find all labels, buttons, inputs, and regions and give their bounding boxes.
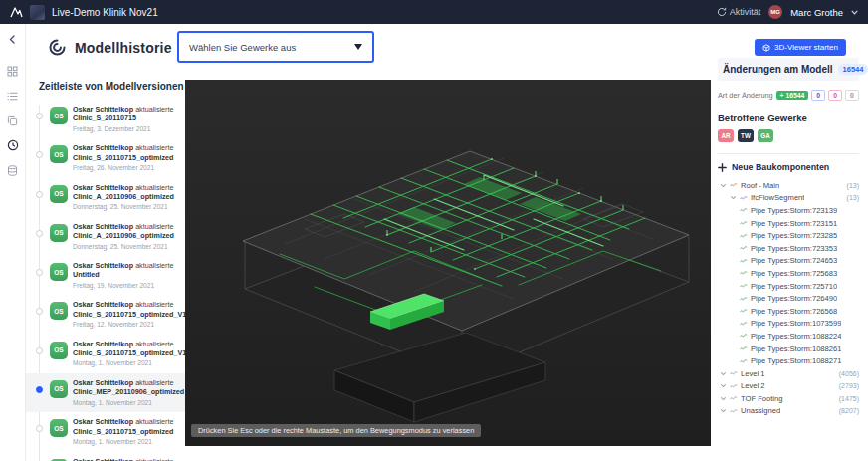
chevron-down-icon[interactable] — [720, 370, 727, 377]
change-type-label: Art der Änderung — [718, 91, 773, 100]
tree-row[interactable]: Level 2 (2793) — [718, 380, 859, 393]
timeline-marker[interactable] — [36, 347, 43, 354]
activity-button[interactable]: Aktivität — [717, 7, 761, 17]
timeline-item[interactable]: OS Oskar Schittelkop aktualisierte Untit… — [26, 256, 185, 295]
timeline-title: Zeitleiste von Modellversionen — [39, 81, 185, 92]
tree-row[interactable]: Pipe Types:Storm:723139 — [718, 204, 859, 217]
version-timeline-panel: Zeitleiste von Modellversionen OS Oskar … — [26, 71, 185, 461]
changes-panel-header: Änderungen am Modell 16544 — [718, 58, 859, 81]
timeline-action: aktualisierte — [135, 143, 173, 152]
other-count-badge: 0 — [845, 90, 859, 101]
timeline-marker[interactable] — [36, 425, 43, 432]
tree-row[interactable]: Pipe Types:Storm:725710 — [718, 280, 859, 293]
sidebar-item-models[interactable] — [2, 110, 24, 131]
sidebar-item-history[interactable] — [2, 134, 24, 156]
chevron-down-icon[interactable] — [851, 10, 858, 15]
user-avatar: OS — [50, 263, 68, 281]
tree-row[interactable]: Pipe Types:Storm:723151 — [718, 217, 859, 230]
chevron-down-icon[interactable] — [720, 182, 727, 189]
tree-row[interactable]: Pipe Types:Storm:1073599 — [718, 318, 859, 331]
timeline-text: Oskar Schittelkop aktualisierte Clinic_A… — [73, 457, 178, 461]
timeline-marker[interactable] — [36, 151, 43, 158]
timeline-marker[interactable] — [36, 191, 43, 198]
user-avatar[interactable]: MG — [768, 5, 782, 19]
history-icon — [717, 7, 727, 17]
timeline-marker[interactable] — [36, 230, 43, 237]
timeline-model-name: Clinic_S_20110715_optimized — [73, 153, 173, 162]
tree-count: (1475) — [836, 395, 859, 402]
tree-count: (2793) — [836, 382, 859, 389]
page-title: Modellhistorie — [75, 40, 172, 56]
trade-filter-dropdown[interactable]: Wählen Sie Gewerke aus — [177, 31, 374, 63]
timeline-marker[interactable] — [36, 386, 43, 393]
trade-chip[interactable]: AR — [718, 129, 734, 142]
removed-count-badge: 0 — [828, 90, 842, 101]
tree-row[interactable]: Unassigned (8207) — [718, 405, 859, 418]
component-icon — [740, 232, 748, 240]
tree-row[interactable]: Pipe Types:Storm:1088261 — [718, 343, 859, 355]
changes-title: Änderungen am Modell — [723, 64, 833, 75]
timeline-item[interactable]: OS Oskar Schittelkop aktualisierte Clini… — [26, 217, 185, 256]
tree-row[interactable]: Level 1 (4056) — [718, 367, 859, 380]
sidebar-item-dashboard[interactable] — [2, 60, 24, 82]
tree-row[interactable]: Roof - Main (13) — [718, 179, 859, 192]
modellhistorie-logo-icon — [48, 38, 67, 57]
tree-row[interactable]: IfcFlowSegment (13) — [718, 192, 859, 205]
project-thumbnail[interactable] — [30, 5, 45, 20]
timeline-marker[interactable] — [36, 113, 43, 119]
timeline-model-name: Untitled — [73, 270, 100, 279]
tree-row[interactable]: Pipe Types:Storm:725683 — [718, 267, 859, 280]
chevron-down-icon[interactable] — [720, 407, 727, 414]
plus-icon — [718, 163, 727, 172]
trade-chip[interactable]: GA — [758, 129, 773, 142]
timeline-marker[interactable] — [36, 269, 43, 276]
timeline-item[interactable]: OS Oskar Schittelkop aktualisierte Clini… — [26, 373, 185, 412]
tree-count: (4056) — [836, 370, 859, 377]
tree-label: Pipe Types:Storm:726568 — [751, 307, 837, 316]
chevron-down-icon[interactable] — [720, 395, 727, 402]
timeline-item[interactable]: OS Oskar Schittelkop aktualisierte Clini… — [26, 178, 185, 217]
timeline-item[interactable]: OS Oskar Schittelkop aktualisierte Clini… — [26, 452, 185, 461]
start-3d-viewer-button[interactable]: 3D-Viewer starten — [755, 39, 846, 56]
tree-row[interactable]: Pipe Types:Storm:1088224 — [718, 330, 859, 343]
chevron-left-icon — [8, 35, 17, 44]
tree-row[interactable]: TOF Footing (1475) — [718, 392, 859, 405]
tree-label: Pipe Types:Storm:723139 — [751, 206, 837, 215]
timeline-text: Oskar Schittelkop aktualisierte Clinic_A… — [73, 222, 178, 251]
user-name[interactable]: Marc Grothe — [790, 7, 843, 18]
sidebar-item-list[interactable] — [2, 85, 24, 107]
timeline-date: Donnerstag, 25. November 2021 — [73, 243, 178, 252]
timeline-date: Montag, 1. November 2021 — [73, 399, 178, 408]
chevron-down-icon[interactable] — [730, 194, 737, 201]
timeline-item[interactable]: OS Oskar Schittelkop aktualisierte Clini… — [26, 138, 185, 177]
new-components-label: Neue Baukomponenten — [732, 162, 829, 172]
timeline-item[interactable]: OS Oskar Schittelkop aktualisierte Clini… — [26, 412, 185, 451]
tree-label: TOF Footing — [741, 394, 783, 403]
chevron-down-icon[interactable] — [720, 382, 727, 389]
tree-row[interactable]: Pipe Types:Storm:724653 — [718, 255, 859, 268]
tree-row[interactable]: Pipe Types:Storm:726490 — [718, 292, 859, 305]
sidebar-item-data[interactable] — [2, 159, 24, 181]
component-icon — [730, 369, 738, 377]
timeline-item[interactable]: OS Oskar Schittelkop aktualisierte Clini… — [26, 335, 185, 373]
timeline-actor: Oskar Schittelkop — [73, 378, 133, 387]
tree-row[interactable]: Pipe Types:Storm:1088271 — [718, 354, 859, 367]
timeline-item[interactable]: OS Oskar Schittelkop aktualisierte Clini… — [26, 295, 185, 334]
timeline-action: aktualisierte — [135, 222, 173, 231]
tree-row[interactable]: Pipe Types:Storm:723353 — [718, 242, 859, 255]
tree-row[interactable]: Pipe Types:Storm:726568 — [718, 305, 859, 318]
new-components-section[interactable]: Neue Baukomponenten — [718, 162, 859, 172]
timeline-actor: Oskar Schittelkop — [73, 222, 133, 231]
back-button[interactable] — [2, 28, 24, 50]
timeline-action: aktualisierte — [135, 105, 173, 114]
component-icon — [740, 345, 748, 352]
timeline-marker[interactable] — [36, 308, 43, 315]
timeline-item[interactable]: OS Oskar Schittelkop aktualisierte Clini… — [26, 100, 185, 138]
start-3d-viewer-label: 3D-Viewer starten — [774, 43, 838, 52]
component-icon — [740, 269, 748, 277]
timeline-actor: Oskar Schittelkop — [73, 417, 133, 426]
tree-row[interactable]: Pipe Types:Storm:723285 — [718, 229, 859, 242]
trade-chip[interactable]: TW — [738, 129, 754, 142]
timeline-actor: Oskar Schittelkop — [73, 340, 133, 348]
model-3d-viewport[interactable]: Drücken Sie Esc oder die rechte Maustast… — [185, 80, 711, 446]
